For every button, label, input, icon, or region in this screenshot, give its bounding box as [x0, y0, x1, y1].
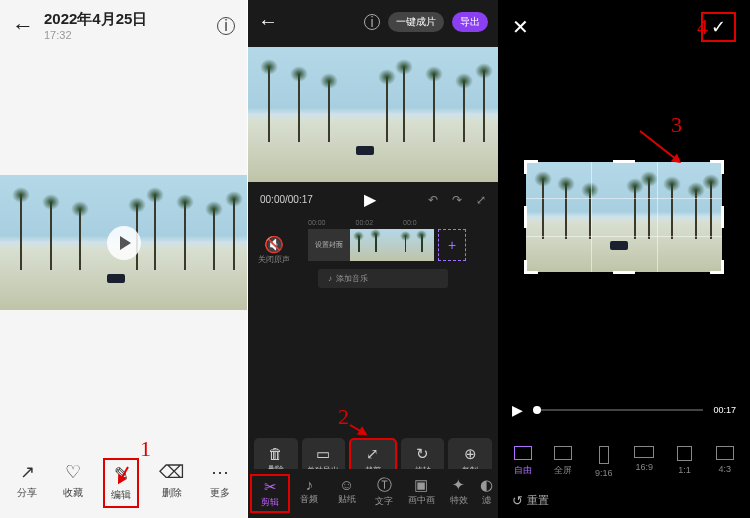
- tab-clip[interactable]: ✂剪辑: [250, 474, 290, 513]
- playback-bar: 00:00/00:17 ▶ ↶ ↷ ⤢: [248, 182, 498, 217]
- copy-icon: ⊕: [464, 445, 477, 463]
- back-icon[interactable]: ←: [258, 10, 278, 33]
- reset-icon: ↺: [512, 493, 523, 508]
- scissors-icon: ✂: [264, 478, 277, 496]
- time-text: 17:32: [44, 29, 207, 41]
- crop-view: ✕ ✓: [498, 0, 750, 518]
- annotation-3: 3: [671, 112, 682, 138]
- cover-thumb[interactable]: 设置封面: [308, 229, 350, 261]
- crop-preview: [526, 162, 722, 272]
- title-block: 2022年4月25日 17:32: [44, 10, 207, 41]
- play-icon[interactable]: ▶: [364, 190, 376, 209]
- ratio-free[interactable]: 自由: [506, 446, 540, 478]
- crop-playbar: ▶ 00:17: [498, 402, 750, 418]
- redo-icon[interactable]: ↷: [452, 193, 462, 207]
- fullscreen-icon[interactable]: ⤢: [476, 193, 486, 207]
- video-thumbnail[interactable]: [0, 175, 248, 310]
- share-icon: ↗: [20, 462, 35, 482]
- progress-slider[interactable]: [533, 409, 703, 411]
- info-icon[interactable]: i: [364, 14, 380, 30]
- pip-icon: ▣: [414, 476, 428, 494]
- tab-filter[interactable]: ◐滤: [478, 474, 496, 513]
- effects-icon: ✦: [452, 476, 465, 494]
- oneclick-button[interactable]: 一键成片: [388, 12, 444, 32]
- delete-button[interactable]: ⌫删除: [153, 458, 190, 508]
- play-icon[interactable]: ▶: [512, 402, 523, 418]
- add-clip-button[interactable]: +: [438, 229, 466, 261]
- play-icon[interactable]: [107, 226, 141, 260]
- more-button[interactable]: ⋯更多: [204, 458, 236, 508]
- ratio-4-3[interactable]: 4:3: [708, 446, 742, 478]
- ratio-full[interactable]: 全屏: [546, 446, 580, 478]
- close-icon[interactable]: ✕: [512, 15, 529, 39]
- tab-sticker[interactable]: ☺贴纸: [329, 474, 365, 513]
- info-icon[interactable]: i: [217, 17, 235, 35]
- share-button[interactable]: ↗分享: [11, 458, 43, 508]
- timeline-ticks: 00:00 00:02 00:0: [308, 219, 417, 226]
- undo-icon[interactable]: ↶: [428, 193, 438, 207]
- crop-handle-right[interactable]: [721, 206, 724, 228]
- crop-handle-bl[interactable]: [524, 260, 538, 274]
- heart-icon: ♡: [65, 462, 81, 482]
- crop-header: ✕ ✓: [498, 0, 750, 54]
- speaker-icon: 🔇: [258, 235, 290, 254]
- crop-handle-left[interactable]: [524, 206, 527, 228]
- gallery-header: ← 2022年4月25日 17:32 i: [0, 0, 247, 45]
- reset-button[interactable]: ↺重置: [512, 493, 549, 508]
- tab-pip[interactable]: ▣画中画: [403, 474, 439, 513]
- editor-preview[interactable]: [248, 47, 498, 182]
- clip-track[interactable]: 设置封面 +: [308, 229, 466, 261]
- time-display: 00:00/00:17: [260, 194, 313, 205]
- sticker-icon: ☺: [339, 476, 354, 493]
- music-icon: ♪: [328, 274, 332, 283]
- duration-text: 00:17: [713, 405, 736, 415]
- clip-thumb[interactable]: [392, 229, 434, 261]
- date-text: 2022年4月25日: [44, 10, 207, 29]
- tab-text[interactable]: Ⓣ文字: [366, 474, 402, 513]
- ratio-16-9[interactable]: 16:9: [627, 446, 661, 478]
- add-music-button[interactable]: ♪添加音乐: [318, 269, 448, 288]
- annotation-arrow-2: [350, 424, 367, 435]
- editor-view: ← i 一键成片 导出 00:00/00:17 ▶ ↶ ↷ ⤢ 00:00: [248, 0, 498, 518]
- rotate-icon: ↻: [416, 445, 429, 463]
- crop-frame[interactable]: [526, 162, 722, 272]
- trash-icon: ⌫: [159, 462, 184, 482]
- music-icon: ♪: [306, 476, 314, 493]
- ratio-9-16[interactable]: 9:16: [587, 446, 621, 478]
- gallery-view: ← 2022年4月25日 17:32 i ↗分享 ♡收藏 ✎编辑 ⌫删除 ⋯更多: [0, 0, 248, 518]
- filter-icon: ◐: [480, 476, 493, 494]
- text-icon: Ⓣ: [377, 476, 392, 495]
- aspect-ratio-bar: 自由 全屏 9:16 16:9 1:1 4:3: [498, 446, 750, 478]
- timeline[interactable]: 00:00 00:02 00:0 🔇关闭原声 设置封面 + ♪添加音乐: [248, 217, 498, 307]
- annotation-arrow-3: [639, 130, 680, 162]
- crop-handle-bottom[interactable]: [613, 271, 635, 274]
- crop-handle-br[interactable]: [710, 260, 724, 274]
- crop-icon: ⤢: [366, 445, 379, 463]
- crop-handle-tr[interactable]: [710, 160, 724, 174]
- tab-effects[interactable]: ✦特效: [441, 474, 477, 513]
- confirm-button[interactable]: ✓: [701, 12, 736, 42]
- favorite-button[interactable]: ♡收藏: [57, 458, 89, 508]
- tab-audio[interactable]: ♪音频: [291, 474, 327, 513]
- ratio-1-1[interactable]: 1:1: [667, 446, 701, 478]
- more-icon: ⋯: [211, 462, 229, 482]
- export-button[interactable]: 导出: [452, 12, 488, 32]
- trash-icon: 🗑: [268, 445, 283, 462]
- editor-tabs: ✂剪辑 ♪音频 ☺贴纸 Ⓣ文字 ▣画中画 ✦特效 ◐滤: [248, 469, 498, 518]
- mute-button[interactable]: 🔇关闭原声: [258, 235, 290, 265]
- editor-header: ← i 一键成片 导出: [248, 0, 498, 43]
- crop-handle-top[interactable]: [613, 160, 635, 163]
- export-icon: ▭: [316, 445, 330, 463]
- annotation-2: 2: [338, 404, 349, 430]
- crop-handle-tl[interactable]: [524, 160, 538, 174]
- back-icon[interactable]: ←: [12, 13, 34, 39]
- clip-thumb[interactable]: [350, 229, 392, 261]
